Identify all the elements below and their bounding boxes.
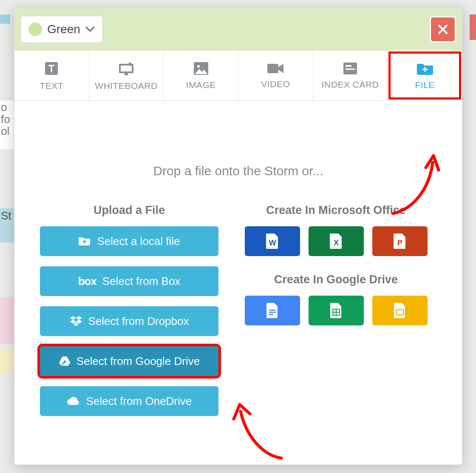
button-label: Select from OneDrive [86,395,192,408]
excel-doc-icon: X [329,233,343,250]
svg-rect-8 [346,65,351,67]
create-google-slide-button[interactable] [372,296,428,325]
svg-rect-3 [125,73,128,75]
tab-label: VIDEO [261,79,290,89]
create-google-sheet-button[interactable] [309,296,364,325]
color-swatch-icon [28,23,42,36]
bg-fragment: ofool [0,100,14,149]
tab-index-card[interactable]: INDEX CARD [313,51,388,100]
add-content-modal: Green TEXT WHITEBOARD IMAGE [14,8,462,465]
tab-label: INDEX CARD [322,80,379,90]
close-button[interactable] [430,16,456,43]
button-label: Select from Google Drive [76,355,200,368]
svg-text:X: X [333,239,338,247]
bg-fragment [0,297,15,344]
tab-label: WHITEBOARD [95,81,157,91]
svg-text:W: W [269,239,276,247]
powerpoint-doc-icon: P [393,233,407,250]
google-drive-section-title: Create In Google Drive [235,273,436,286]
svg-rect-2 [121,66,132,71]
modal-header: Green [14,8,462,51]
dropbox-icon [70,316,82,327]
close-icon [437,23,449,35]
video-icon [266,62,284,75]
svg-rect-13 [269,310,276,311]
tab-video[interactable]: VIDEO [238,51,313,100]
button-label: Select a local file [97,235,180,248]
index-card-icon [343,62,358,75]
create-powerpoint-button[interactable]: P [372,226,428,256]
create-column: Create In Microsoft Office W X P Create … [235,204,436,426]
select-local-file-button[interactable]: Select a local file [40,226,218,256]
bg-fragment [470,14,476,40]
onedrive-icon [67,396,80,406]
tab-text[interactable]: TEXT [14,51,89,100]
upload-section-title: Upload a File [40,204,218,217]
text-icon [43,60,60,77]
select-from-box-button[interactable]: box Select from Box [40,266,218,296]
tab-file[interactable]: FILE [388,51,462,100]
image-icon [193,61,209,76]
google-drive-icon [59,356,71,367]
bg-fragment: St [0,208,15,242]
google-doc-icon [266,302,279,319]
select-from-onedrive-button[interactable]: Select from OneDrive [40,386,218,416]
create-word-button[interactable]: W [245,226,300,256]
svg-rect-6 [267,64,278,73]
upload-column: Upload a File Select a local file box Se… [40,204,218,426]
bg-fragment [0,14,10,24]
button-label: Select from Box [102,275,181,288]
file-folder-icon [416,61,434,76]
create-google-doc-button[interactable] [245,296,300,325]
tab-label: TEXT [40,81,64,91]
google-sheet-icon [329,302,343,319]
modal-body: Drop a file onto the Storm or... Upload … [14,101,462,464]
create-excel-button[interactable]: X [309,226,364,256]
box-logo-icon: box [78,275,96,288]
tab-whiteboard[interactable]: WHITEBOARD [89,51,164,100]
svg-rect-14 [269,312,276,313]
svg-rect-15 [269,314,273,315]
ms-office-section-title: Create In Microsoft Office [235,204,436,217]
tab-label: IMAGE [186,80,216,90]
select-from-dropbox-button[interactable]: Select from Dropbox [40,306,218,336]
content-type-tabs: TEXT WHITEBOARD IMAGE VIDEO INDEX CARD [14,51,462,101]
tab-label: FILE [415,80,435,90]
bg-fragment [0,349,15,374]
word-doc-icon: W [265,233,280,250]
tab-image[interactable]: IMAGE [164,51,238,100]
chevron-down-icon [85,26,95,32]
select-from-google-drive-button[interactable]: Select from Google Drive [40,346,218,376]
button-label: Select from Dropbox [88,315,189,328]
drop-hint-text: Drop a file onto the Storm or... [40,164,436,178]
google-slide-icon [393,302,407,319]
svg-rect-9 [346,68,355,70]
svg-text:P: P [397,239,402,247]
color-select[interactable]: Green [20,16,103,43]
whiteboard-icon [117,60,135,77]
ms-office-grid: W X P [235,226,436,256]
color-select-label: Green [47,23,80,36]
svg-point-5 [197,65,200,68]
google-drive-grid [235,296,436,325]
folder-plus-icon [78,236,91,246]
